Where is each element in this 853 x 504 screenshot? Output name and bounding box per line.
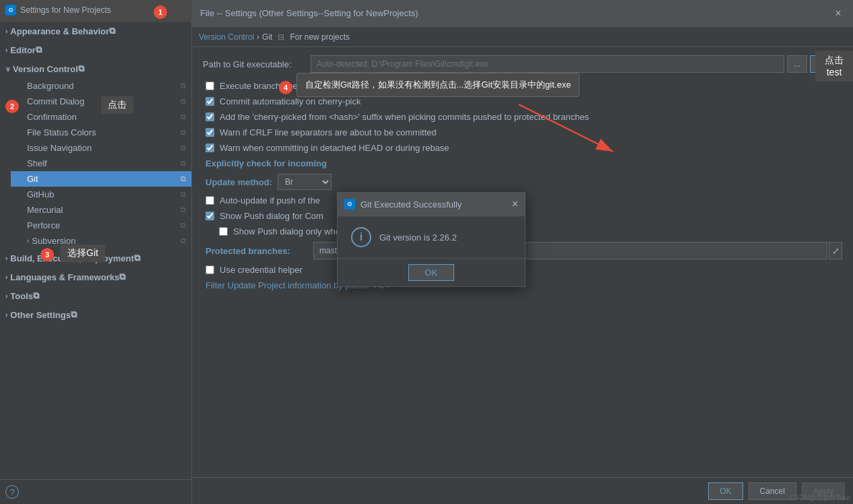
copy-icon: ⧉ xyxy=(33,290,39,301)
checkbox-cherry-picked-label: Add the 'cherry-picked from <hash>' suff… xyxy=(220,112,589,122)
group-tools: › Tools ⧉ xyxy=(0,286,191,305)
copy-icon: ⧉ xyxy=(181,190,186,199)
item-label: GitHub xyxy=(27,189,54,199)
modal-close-button[interactable]: × xyxy=(512,198,518,210)
browse-button[interactable]: ... xyxy=(787,55,807,73)
modal-title-bar: ⚙ Git Executed Successfully × xyxy=(338,193,525,216)
breadcrumb-sep: › xyxy=(257,32,259,42)
sidebar-item-file-status-colors[interactable]: File Status Colors ⧉ xyxy=(11,125,191,140)
incoming-label: Explicitly check for incoming xyxy=(206,158,327,168)
sidebar-item-github[interactable]: GitHub ⧉ xyxy=(11,187,191,202)
badge-3: 3 xyxy=(40,248,54,261)
sidebar-item-issue-navigation[interactable]: Issue Navigation ⧉ xyxy=(11,140,191,156)
item-label: Commit Dialog xyxy=(27,96,84,106)
breadcrumb-part1: Version Control xyxy=(199,32,254,42)
copy-icon: ⧉ xyxy=(181,159,186,168)
group-editor: › Editor ⧉ xyxy=(0,40,191,59)
checkbox-credential-label: Use credential helper xyxy=(220,265,303,275)
checkbox-show-push-input[interactable] xyxy=(206,212,214,220)
sidebar-item-version-control[interactable]: ∨ Version Control ⧉ xyxy=(0,59,191,78)
cancel-button[interactable]: Cancel xyxy=(749,482,796,500)
sidebar-item-shelf[interactable]: Shelf ⧉ xyxy=(11,156,191,171)
copy-icon: ⧉ xyxy=(181,206,186,214)
checkbox-execute-branch-input[interactable] xyxy=(206,82,214,90)
path-input[interactable] xyxy=(311,55,784,73)
arrow-icon: › xyxy=(5,46,7,54)
checkbox-cherry-picked-input[interactable] xyxy=(206,113,214,121)
main-title-bar: File -- Settings (Other Settings--Settin… xyxy=(192,0,853,27)
update-method-select[interactable]: Br xyxy=(278,174,331,190)
tooltip-box: 自定检测Git路径，如果没有检测到点击...选择Git安装目录中的git.exe xyxy=(296,73,579,97)
sidebar-item-git[interactable]: Git ⧉ xyxy=(11,171,191,187)
checkbox-detached: Warn when committing in detached HEAD or… xyxy=(203,143,842,153)
path-label: Path to Git executable: xyxy=(203,59,311,69)
arrow-icon: › xyxy=(27,237,29,245)
sidebar-item-tools[interactable]: › Tools ⧉ xyxy=(0,286,191,305)
tooltip-text: 自定检测Git路径，如果没有检测到点击...选择Git安装目录中的git.exe xyxy=(305,80,571,90)
copy-icon: ⧉ xyxy=(181,97,186,106)
expand-icon: ⤢ xyxy=(832,246,840,256)
copy-icon: ⧉ xyxy=(36,44,42,55)
item-label: Issue Navigation xyxy=(27,143,92,153)
expand-button[interactable]: ⤢ xyxy=(829,242,842,259)
group-appearance: › Appearance & Behavior ⧉ xyxy=(0,22,191,40)
item-label: Perforce xyxy=(27,220,60,230)
checkbox-detached-label: Warn when committing in detached HEAD or… xyxy=(220,143,449,153)
checkbox-cherry-picked: Add the 'cherry-picked from <hash>' suff… xyxy=(203,112,842,122)
checkbox-commit-auto-label: Commit automatically on cherry-pick xyxy=(220,96,361,106)
modal-dialog: ⚙ Git Executed Successfully × i Git vers… xyxy=(337,192,526,287)
arrow-icon: › xyxy=(5,311,7,319)
checkbox-auto-update-input[interactable] xyxy=(206,196,214,205)
group-languages: › Languages & Frameworks ⧉ xyxy=(0,267,191,286)
badge-2: 2 xyxy=(5,100,19,113)
help-icon: ? xyxy=(9,487,14,497)
sidebar-item-mercurial[interactable]: Mercurial ⧉ xyxy=(11,202,191,218)
modal-app-icon: ⚙ xyxy=(344,199,355,210)
item-label: Confirmation xyxy=(27,112,77,122)
modal-ok-button[interactable]: OK xyxy=(408,264,455,281)
sidebar-item-languages[interactable]: › Languages & Frameworks ⧉ xyxy=(0,267,191,286)
checkbox-commit-auto-input[interactable] xyxy=(206,97,214,106)
group-version-control: ∨ Version Control ⧉ Background ⧉ Commit … xyxy=(0,59,191,249)
group-label: Editor xyxy=(10,45,36,55)
small-title-text: Settings for New Projects xyxy=(20,5,111,15)
breadcrumb-bar: Version Control › Git ⊟ For new projects xyxy=(192,27,853,47)
modal-title: Git Executed Successfully xyxy=(360,199,512,210)
item-label: Git xyxy=(27,174,38,184)
incoming-row: Explicitly check for incoming xyxy=(203,158,842,168)
copy-icon: ⧉ xyxy=(78,63,84,74)
badge-1: 1 xyxy=(154,5,167,19)
arrow-icon: ∨ xyxy=(5,65,10,73)
ok-button[interactable]: OK xyxy=(708,482,743,500)
copy-icon: ⧉ xyxy=(181,175,186,183)
copy-icon: ⧉ xyxy=(181,144,186,152)
click-label-5-line1: 点击 xyxy=(825,55,844,67)
checkbox-credential-input[interactable] xyxy=(206,265,214,274)
checkbox-crlf: Warn if CRLF line separators are about t… xyxy=(203,127,842,137)
click-label-2: 点击 xyxy=(101,96,133,114)
sidebar-item-background[interactable]: Background ⧉ xyxy=(11,78,191,94)
checkbox-crlf-input[interactable] xyxy=(206,128,214,137)
arrow-icon: › xyxy=(5,255,7,262)
item-label: File Status Colors xyxy=(27,127,96,137)
item-label: Mercurial xyxy=(27,205,63,215)
breadcrumb-icon: ⊟ xyxy=(278,32,284,42)
checkbox-show-push-protected-input[interactable] xyxy=(219,227,228,236)
modal-body: i Git version is 2.26.2 xyxy=(338,216,525,258)
sidebar-item-appearance[interactable]: › Appearance & Behavior ⧉ xyxy=(0,22,191,40)
path-row: Path to Git executable: ... Test xyxy=(203,55,842,73)
breadcrumb-part3: For new projects xyxy=(290,32,350,42)
help-button[interactable]: ? xyxy=(5,485,19,499)
modal-message: Git version is 2.26.2 xyxy=(379,232,457,243)
modal-footer: OK xyxy=(338,258,525,286)
sidebar-item-editor[interactable]: › Editor ⧉ xyxy=(0,40,191,59)
item-label: Shelf xyxy=(27,158,47,168)
sidebar-item-perforce[interactable]: Perforce ⧉ xyxy=(11,218,191,233)
copy-icon: ⧉ xyxy=(181,221,186,230)
group-label: Appearance & Behavior xyxy=(10,26,109,36)
group-other: › Other Settings ⧉ xyxy=(0,305,191,324)
checkbox-detached-input[interactable] xyxy=(206,144,214,152)
sidebar-item-other[interactable]: › Other Settings ⧉ xyxy=(0,305,191,324)
copy-icon: ⧉ xyxy=(71,309,77,320)
close-button[interactable]: × xyxy=(831,7,845,20)
